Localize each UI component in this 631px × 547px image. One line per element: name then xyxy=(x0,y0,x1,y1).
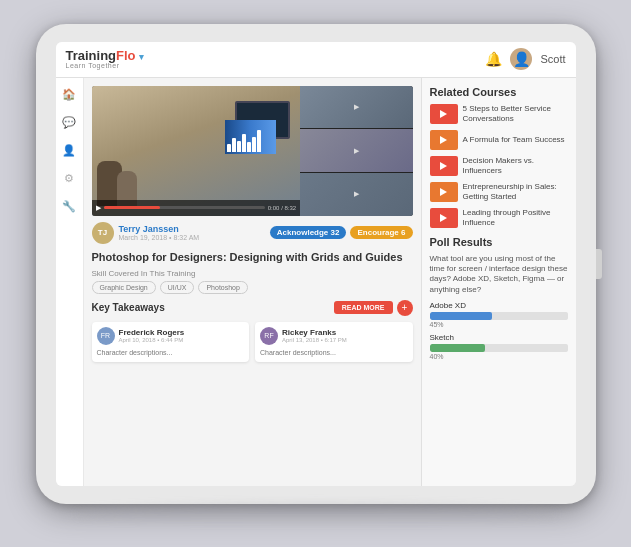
poll-bar-2 xyxy=(430,344,485,352)
thumb2[interactable]: ▶ xyxy=(300,129,412,172)
video-player[interactable]: ▶ ▶ ▶ ▶ xyxy=(92,86,413,216)
poll-bar-container-2 xyxy=(430,344,568,352)
course-thumb-3 xyxy=(430,156,458,176)
bar4 xyxy=(242,134,246,152)
sidebar: 🏠 💬 👤 ⚙ 🔧 xyxy=(56,78,84,486)
comment-author-1: FR Frederick Rogers April 10, 2018 • 6:4… xyxy=(97,327,245,345)
encourage-label: Encourage xyxy=(357,228,398,237)
encourage-count: 6 xyxy=(401,228,405,237)
course-title-1: 5 Steps to Better Service Conversations xyxy=(463,104,568,123)
poll-label-1: Adobe XD xyxy=(430,301,568,310)
poll-item-2: Sketch 40% xyxy=(430,333,568,360)
course-title-4: Entrepreneurship in Sales: Getting Start… xyxy=(463,182,568,201)
poll-question: What tool are you using most of the time… xyxy=(430,254,568,296)
tablet-button[interactable] xyxy=(596,249,602,279)
acknowledge-count: 32 xyxy=(331,228,340,237)
sidebar-icon-home[interactable]: 🏠 xyxy=(60,86,78,104)
related-course-2[interactable]: A Formula for Team Success xyxy=(430,130,568,150)
encourage-badge[interactable]: Encourage 6 xyxy=(350,226,412,239)
monitor-prop xyxy=(235,101,290,139)
related-course-1[interactable]: 5 Steps to Better Service Conversations xyxy=(430,104,568,124)
comment-meta-1: Frederick Rogers April 10, 2018 • 6:44 P… xyxy=(119,328,185,343)
badges: Acknowledge 32 Encourage 6 xyxy=(270,226,413,239)
skill-uiux[interactable]: UI/UX xyxy=(160,281,195,294)
skills-label: Skill Covered In This Training xyxy=(92,269,413,278)
skill-photoshop[interactable]: Photoshop xyxy=(198,281,247,294)
author-row: TJ Terry Janssen March 19, 2018 • 8:32 A… xyxy=(92,222,413,244)
bell-icon[interactable]: 🔔 xyxy=(485,51,502,67)
progress-fill xyxy=(104,206,160,209)
related-course-3[interactable]: Decision Makers vs. Influencers xyxy=(430,156,568,176)
commenter-date-2: April 13, 2018 • 6:17 PM xyxy=(282,337,347,343)
left-content: ▶ ▶ ▶ ▶ xyxy=(84,78,421,486)
author-name: Terry Janssen xyxy=(119,224,200,234)
main-area: 🏠 💬 👤 ⚙ 🔧 xyxy=(56,78,576,486)
poll-pct-1: 45% xyxy=(430,321,568,328)
course-title-3: Decision Makers vs. Influencers xyxy=(463,156,568,175)
takeaways-section: Key Takeaways READ MORE + xyxy=(92,300,413,316)
sidebar-icon-chat[interactable]: 💬 xyxy=(60,114,78,132)
poll-section: Poll Results What tool are you using mos… xyxy=(430,236,568,361)
top-right-actions: 🔔 👤 Scott xyxy=(485,48,565,70)
user-name: Scott xyxy=(540,53,565,65)
bar5 xyxy=(247,142,251,152)
skill-tags: Graphic Design UI/UX Photoshop xyxy=(92,281,413,294)
commenter-date-1: April 10, 2018 • 6:44 PM xyxy=(119,337,185,343)
play-icon-2 xyxy=(440,136,447,144)
comment-text-2: Character descriptions... xyxy=(260,348,408,357)
comment-author-2: RF Rickey Franks April 13, 2018 • 6:17 P… xyxy=(260,327,408,345)
poll-bar-1 xyxy=(430,312,492,320)
sidebar-icon-gear[interactable]: 🔧 xyxy=(60,198,78,216)
acknowledge-label: Acknowledge xyxy=(277,228,329,237)
read-more-button[interactable]: READ MORE xyxy=(334,301,393,314)
logo-tagline: Learn Together xyxy=(66,62,145,69)
bar7 xyxy=(257,130,261,152)
tablet-frame: TrainingFlo ▾ Learn Together 🔔 👤 Scott xyxy=(36,24,596,504)
video-main-area xyxy=(92,86,301,216)
commenter-name-1: Frederick Rogers xyxy=(119,328,185,337)
poll-item-1: Adobe XD 45% xyxy=(430,301,568,328)
comment-card-1: FR Frederick Rogers April 10, 2018 • 6:4… xyxy=(92,322,250,362)
author-date: March 19, 2018 • 8:32 AM xyxy=(119,234,200,241)
thumb1[interactable]: ▶ xyxy=(300,86,412,129)
comment-card-2: RF Rickey Franks April 13, 2018 • 6:17 P… xyxy=(255,322,413,362)
comment-text-1: Character descriptions... xyxy=(97,348,245,357)
play-button[interactable]: ▶ xyxy=(96,204,101,212)
progress-bar[interactable] xyxy=(104,206,265,209)
course-title: Photoshop for Designers: Designing with … xyxy=(92,250,413,264)
right-panel: Related Courses 5 Steps to Better Servic… xyxy=(421,78,576,486)
author-text: Terry Janssen March 19, 2018 • 8:32 AM xyxy=(119,224,200,241)
bar3 xyxy=(237,141,241,152)
commenter-name-2: Rickey Franks xyxy=(282,328,347,337)
course-thumb-4 xyxy=(430,182,458,202)
course-thumb-2 xyxy=(430,130,458,150)
sidebar-icon-settings[interactable]: ⚙ xyxy=(60,170,78,188)
related-courses-title: Related Courses xyxy=(430,86,568,98)
skill-graphic-design[interactable]: Graphic Design xyxy=(92,281,156,294)
author-avatar: TJ xyxy=(92,222,114,244)
bar2 xyxy=(232,138,236,152)
tablet-reflection xyxy=(76,504,556,524)
monitor-screen xyxy=(225,120,276,154)
comment-avatar-2: RF xyxy=(260,327,278,345)
logo-text: TrainingFlo ▾ xyxy=(66,49,145,62)
poll-bar-container-1 xyxy=(430,312,568,320)
course-title-2: A Formula for Team Success xyxy=(463,135,565,145)
thumb3[interactable]: ▶ xyxy=(300,173,412,216)
video-controls: ▶ 0:00 / 8:32 xyxy=(92,200,301,216)
course-thumb-5 xyxy=(430,208,458,228)
video-thumbnails: ▶ ▶ ▶ xyxy=(300,86,412,216)
comment-meta-2: Rickey Franks April 13, 2018 • 6:17 PM xyxy=(282,328,347,343)
time-display: 0:00 / 8:32 xyxy=(268,205,296,211)
takeaways-title: Key Takeaways xyxy=(92,302,165,313)
skills-section: Skill Covered In This Training Graphic D… xyxy=(92,269,413,294)
add-button[interactable]: + xyxy=(397,300,413,316)
sidebar-icon-user[interactable]: 👤 xyxy=(60,142,78,160)
play-icon-5 xyxy=(440,214,447,222)
play-icon-1 xyxy=(440,110,447,118)
poll-pct-2: 40% xyxy=(430,353,568,360)
related-course-4[interactable]: Entrepreneurship in Sales: Getting Start… xyxy=(430,182,568,202)
related-course-5[interactable]: Leading through Positive Influence xyxy=(430,208,568,228)
content-area: ▶ ▶ ▶ ▶ xyxy=(84,78,576,486)
acknowledge-badge[interactable]: Acknowledge 32 xyxy=(270,226,347,239)
